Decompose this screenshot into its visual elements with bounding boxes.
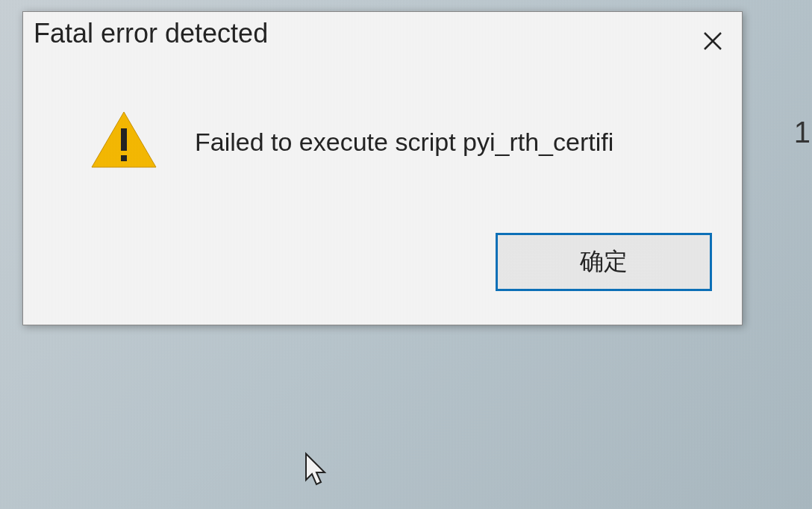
ok-button[interactable]: 确定: [496, 233, 712, 291]
dialog-content: Failed to execute script pyi_rth_certifi: [23, 66, 742, 233]
close-button[interactable]: [694, 22, 731, 60]
side-text: 1: [794, 116, 811, 149]
close-icon: [702, 30, 724, 52]
dialog-title: Fatal error detected: [34, 18, 268, 49]
cursor-icon: [302, 452, 332, 492]
svg-rect-3: [121, 128, 127, 151]
button-row: 确定: [23, 233, 742, 325]
titlebar: Fatal error detected: [23, 12, 742, 66]
error-dialog: Fatal error detected Failed to execute s…: [22, 11, 743, 325]
warning-icon: [90, 110, 157, 173]
svg-rect-4: [121, 155, 127, 161]
error-message: Failed to execute script pyi_rth_certifi: [195, 128, 613, 157]
